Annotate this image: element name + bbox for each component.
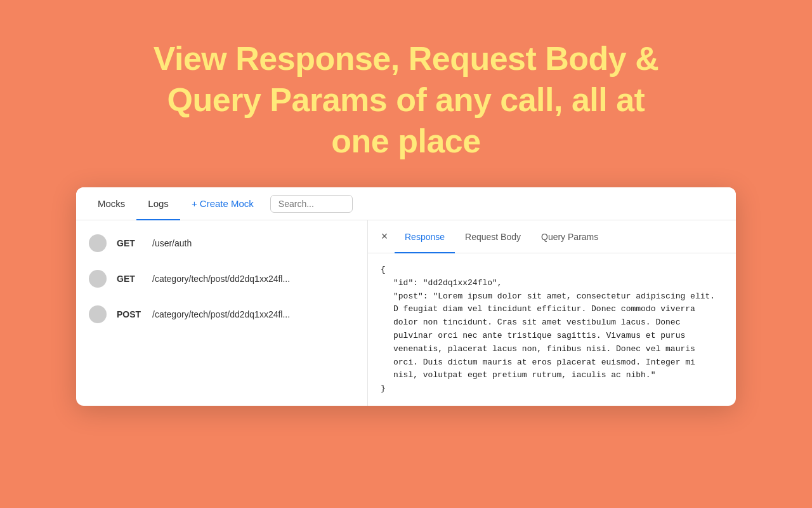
method-label: GET <box>117 238 142 248</box>
close-button[interactable]: × <box>374 227 395 247</box>
tab-query-params[interactable]: Query Params <box>531 220 608 253</box>
json-post-field: "post": "Lorem ipsum dolor sit amet, con… <box>393 290 723 383</box>
list-panel: GET /user/auth GET /category/tech/post/d… <box>76 220 368 406</box>
json-val: "dd2dq1xx24flo", <box>423 278 502 288</box>
hero-section: View Response, Request Body & Query Para… <box>141 0 672 187</box>
search-input[interactable] <box>270 195 353 213</box>
status-dot <box>89 234 107 252</box>
hero-title-highlight: one place <box>331 123 480 159</box>
split-content: GET /user/auth GET /category/tech/post/d… <box>76 220 736 406</box>
tab-request-body[interactable]: Request Body <box>455 220 531 253</box>
tab-logs[interactable]: Logs <box>136 187 180 220</box>
hero-title-line2: Query Params of any call, all at <box>167 81 645 118</box>
path-label: /category/tech/post/dd2dq1xx24fl... <box>152 274 290 284</box>
detail-panel: × Response Request Body Query Params { "… <box>368 220 736 406</box>
hero-title-line1: View Response, Request Body & <box>154 40 659 77</box>
method-label: GET <box>117 274 142 284</box>
tab-response[interactable]: Response <box>395 220 455 253</box>
json-key: "post": <box>393 291 433 301</box>
json-key: "id": <box>393 278 423 288</box>
response-content: { "id": "dd2dq1xx24flo", "post": "Lorem … <box>368 253 736 406</box>
json-val: "Lorem ipsum dolor sit amet, consectetur… <box>393 291 715 380</box>
main-panel: Mocks Logs + Create Mock GET /user/auth … <box>76 187 736 406</box>
path-label: /user/auth <box>152 238 192 248</box>
tab-mocks[interactable]: Mocks <box>86 187 136 220</box>
json-open-brace: { <box>381 264 723 277</box>
list-item[interactable]: GET /category/tech/post/dd2dq1xx24fl... <box>76 261 367 297</box>
status-dot <box>89 270 107 288</box>
list-item[interactable]: GET /user/auth <box>76 225 367 261</box>
list-item[interactable]: POST /category/tech/post/dd2dq1xx24fl... <box>76 297 367 332</box>
json-id-field: "id": "dd2dq1xx24flo", <box>393 277 723 290</box>
tab-bar: Mocks Logs + Create Mock <box>76 187 736 220</box>
json-close-brace: } <box>381 382 723 396</box>
tab-create-mock[interactable]: + Create Mock <box>180 187 265 220</box>
status-dot <box>89 305 107 323</box>
detail-tab-bar: × Response Request Body Query Params <box>368 220 736 253</box>
method-label: POST <box>117 309 142 319</box>
path-label: /category/tech/post/dd2dq1xx24fl... <box>152 309 290 319</box>
